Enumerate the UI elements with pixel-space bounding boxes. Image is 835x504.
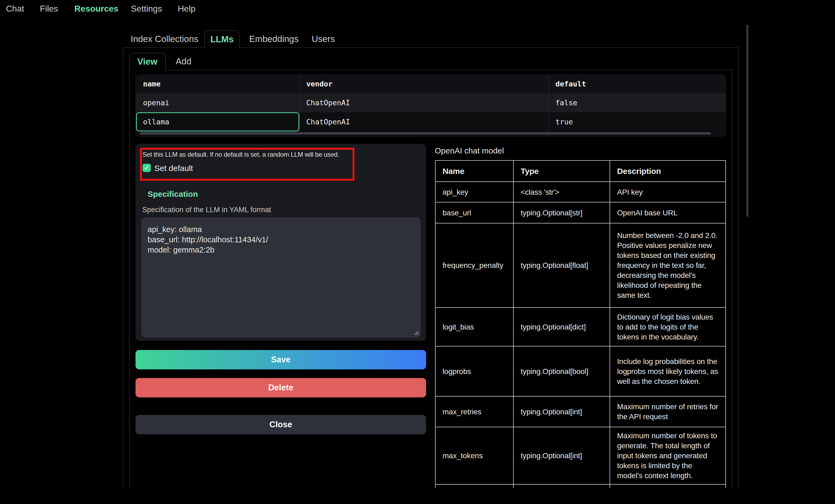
specification-heading: Specification bbox=[148, 190, 198, 199]
param-name: api_key bbox=[435, 182, 513, 202]
tab-llms[interactable]: LLMs bbox=[204, 30, 240, 48]
resize-handle-icon[interactable] bbox=[412, 329, 419, 335]
delete-button[interactable]: Delete bbox=[136, 378, 426, 397]
param-row-frequency_penalty: frequency_penalty typing.Optional[float]… bbox=[435, 223, 726, 308]
param-type bbox=[513, 484, 610, 488]
nav-item-settings[interactable]: Settings bbox=[131, 0, 162, 16]
llm-row-ollama[interactable]: ollama ChatOpenAI true bbox=[136, 112, 726, 131]
params-header-row: Name Type Description bbox=[435, 161, 726, 182]
param-description: Dictionary of logit bias values to add t… bbox=[610, 308, 726, 346]
param-name: logit_bias bbox=[435, 308, 513, 346]
param-row-max_tokens: max_tokens typing.Optional[int] Maximum … bbox=[435, 427, 726, 484]
llm-row-ollama-default: true bbox=[555, 112, 573, 131]
param-description bbox=[610, 484, 726, 488]
page-vertical-scrollbar[interactable] bbox=[746, 25, 748, 217]
subtab-add[interactable]: Add bbox=[176, 53, 191, 70]
param-row-partial bbox=[435, 484, 726, 488]
param-description: Number between -2.0 and 2.0. Positive va… bbox=[610, 223, 726, 308]
column-separator bbox=[299, 75, 300, 131]
nav-item-chat[interactable]: Chat bbox=[6, 0, 24, 16]
tab-users[interactable]: Users bbox=[312, 30, 335, 47]
params-col-name: Name bbox=[435, 161, 513, 182]
param-name: base_url bbox=[435, 202, 513, 223]
param-row-logprobs: logprobs typing.Optional[bool] Include l… bbox=[435, 346, 726, 396]
param-name: frequency_penalty bbox=[435, 223, 513, 308]
param-type: typing.Optional[float] bbox=[513, 223, 610, 308]
param-row-max_retries: max_retries typing.Optional[int] Maximum… bbox=[435, 396, 726, 427]
param-type: typing.Optional[dict] bbox=[513, 308, 610, 346]
app-root: Chat Files Resources Settings Help Index… bbox=[0, 0, 835, 504]
tab-index-collections[interactable]: Index Collections bbox=[130, 30, 198, 47]
nav-item-help[interactable]: Help bbox=[178, 0, 196, 16]
llm-detail-form: Set this LLM as default. If no default i… bbox=[136, 144, 426, 341]
specification-caption: Specification of the LLM in YAML format bbox=[142, 206, 271, 214]
param-description: Include log probabilities on the logprob… bbox=[610, 346, 726, 396]
param-row-logit_bias: logit_bias typing.Optional[dict] Diction… bbox=[435, 308, 726, 346]
set-default-help-text: Set this LLM as default. If no default i… bbox=[142, 151, 339, 158]
llm-row-openai-name: openai bbox=[143, 93, 169, 112]
tab-embeddings[interactable]: Embeddings bbox=[249, 30, 299, 47]
params-col-type: Type bbox=[513, 161, 610, 182]
llm-row-openai[interactable]: openai ChatOpenAI false bbox=[136, 93, 726, 112]
nav-item-resources[interactable]: Resources bbox=[74, 0, 119, 16]
param-row-base_url: base_url typing.Optional[str] OpenAI bas… bbox=[435, 202, 726, 223]
set-default-checkbox[interactable]: ✓ bbox=[142, 164, 151, 172]
param-name: max_retries bbox=[435, 396, 513, 427]
param-type: typing.Optional[int] bbox=[513, 396, 610, 427]
param-description: Maximum number of retries for the API re… bbox=[610, 396, 726, 427]
param-description: Maximum number of tokens to generate. Th… bbox=[610, 427, 726, 484]
param-type: typing.Optional[bool] bbox=[513, 346, 610, 396]
subtab-view[interactable]: View bbox=[129, 53, 166, 70]
llm-table-header-row: name vendor default bbox=[136, 75, 726, 93]
close-button[interactable]: Close bbox=[136, 415, 426, 434]
yaml-spec-input[interactable]: api_key: ollama base_url: http://localho… bbox=[141, 217, 421, 338]
llm-col-vendor: vendor bbox=[306, 75, 333, 93]
llm-row-openai-vendor: ChatOpenAI bbox=[306, 93, 350, 112]
llm-col-default: default bbox=[555, 75, 586, 93]
save-button[interactable]: Save bbox=[136, 350, 426, 370]
params-panel-title: OpenAI chat model bbox=[435, 146, 504, 155]
param-description: API key bbox=[610, 182, 726, 202]
table-horizontal-scrollbar[interactable] bbox=[140, 132, 711, 134]
params-table-container: Name Type Description api_key <class 'st… bbox=[435, 160, 727, 488]
llm-col-name: name bbox=[143, 75, 161, 93]
param-type: typing.Optional[int] bbox=[513, 427, 610, 484]
param-type: <class 'str'> bbox=[513, 182, 610, 202]
set-default-label: Set default bbox=[154, 164, 193, 172]
param-name bbox=[435, 484, 513, 488]
nav-item-files[interactable]: Files bbox=[40, 0, 58, 16]
param-name: max_tokens bbox=[435, 427, 513, 484]
params-table: Name Type Description api_key <class 'st… bbox=[435, 160, 726, 488]
param-type: typing.Optional[str] bbox=[513, 202, 610, 223]
llm-list-table: name vendor default openai ChatOpenAI fa… bbox=[136, 75, 726, 137]
param-description: OpenAI base URL bbox=[610, 202, 726, 223]
annotation-highlight-box: Set this LLM as default. If no default i… bbox=[140, 148, 354, 181]
llm-row-ollama-name: ollama bbox=[143, 112, 169, 131]
llm-row-ollama-vendor: ChatOpenAI bbox=[306, 112, 350, 131]
params-col-description: Description bbox=[610, 161, 726, 182]
llm-row-openai-default: false bbox=[555, 93, 577, 112]
param-name: logprobs bbox=[435, 346, 513, 396]
column-separator bbox=[548, 75, 549, 131]
param-row-api_key: api_key <class 'str'> API key bbox=[435, 182, 726, 202]
checkmark-icon: ✓ bbox=[144, 164, 149, 171]
